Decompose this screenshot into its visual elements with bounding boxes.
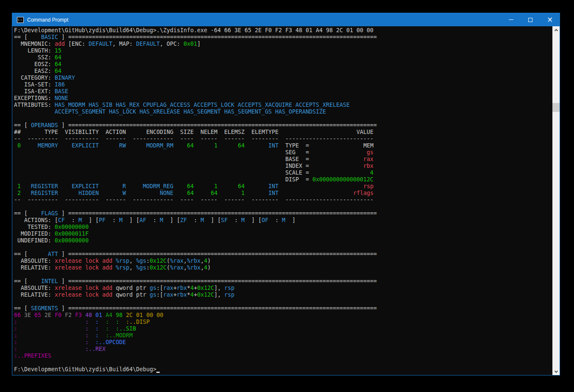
maximize-button[interactable] — [521, 13, 540, 26]
text-segment — [112, 258, 116, 264]
text-segment: DEFAULT — [89, 41, 112, 47]
text-segment: TESTED: — [14, 224, 55, 230]
text-segment: 01 — [95, 312, 102, 318]
text-segment: rax — [163, 292, 173, 298]
text-segment: [ENC: — [65, 41, 89, 47]
text-segment: AF — [139, 217, 146, 223]
text-segment: ] [ — [204, 217, 221, 223]
text-segment: CF — [58, 217, 65, 223]
text-segment — [99, 183, 122, 189]
text-segment: 1 — [241, 190, 244, 196]
text-segment: :..OPCODE — [95, 339, 126, 345]
close-button[interactable]: × — [540, 13, 560, 26]
text-segment: ) — [207, 258, 211, 264]
text-segment: INTEL — [31, 278, 58, 284]
title-bar[interactable]: C:\ Command Prompt × — [12, 13, 560, 26]
text-segment: 2C 01 00 00 — [126, 312, 163, 318]
terminal-line: UNDEFINED: 0x00000000 — [14, 237, 552, 244]
terminal-output[interactable]: F:\Development\GitHub\zydis\Build64\Debu… — [12, 26, 552, 375]
text-segment — [89, 332, 95, 339]
text-segment: I86 — [55, 81, 65, 88]
text-segment — [217, 190, 241, 196]
terminal-line: EXCEPTIONS: NONE — [14, 95, 552, 102]
text-segment: %gs — [136, 258, 146, 264]
scroll-down-button[interactable] — [552, 368, 560, 375]
text-segment: ========================================… — [68, 278, 377, 284]
terminal-line: TESTED: 0x00000000 — [14, 224, 552, 231]
text-segment: : — [65, 217, 78, 223]
terminal-line: == [ BASIC ] ===========================… — [14, 34, 552, 41]
terminal-line: ACCEPTS_SEGMENT HAS_LOCK HAS_XRELEASE HA… — [14, 108, 552, 115]
text-segment — [173, 190, 187, 196]
text-segment: MNEMONIC: — [14, 41, 55, 47]
text-segment: 64 — [187, 183, 194, 189]
text-segment: :[ — [156, 292, 163, 298]
text-segment: %rbx — [187, 264, 200, 271]
terminal-window: C:\ Command Prompt × F:\Development\GitH… — [12, 13, 560, 375]
text-segment — [309, 156, 363, 162]
text-segment: , — [129, 264, 136, 271]
terminal-line: SSZ: 64 — [14, 54, 552, 61]
terminal-line: EASZ: 64 — [14, 68, 552, 75]
text-segment — [245, 183, 269, 189]
text-segment: xrelease lock add — [55, 258, 112, 264]
terminal-line: MODIFIED: 0x0000011F — [14, 231, 552, 237]
text-segment — [89, 339, 95, 345]
text-segment: ] [ — [122, 217, 139, 223]
text-segment: LENGTH: — [14, 47, 55, 54]
terminal-line: : : : : :..SIB — [14, 325, 552, 332]
text-segment: 64 — [187, 190, 194, 196]
text-cursor — [156, 367, 160, 373]
text-segment: ========================================… — [68, 251, 377, 257]
text-segment: EXCEPTIONS: — [14, 95, 55, 101]
text-segment: : — [14, 346, 17, 352]
text-segment: ], — [214, 285, 224, 291]
text-segment: 2 — [14, 190, 21, 196]
text-segment: SSZ: — [14, 54, 55, 61]
minimize-button[interactable] — [501, 13, 521, 26]
text-segment: == [ — [14, 34, 31, 40]
text-segment: FLAGS — [31, 210, 58, 217]
text-segment — [194, 142, 214, 149]
terminal-line: ABSOLUTE: xrelease lock add %rsp, %gs:0x… — [14, 258, 552, 264]
text-segment: ATTRIBUTES: — [14, 102, 55, 108]
text-segment: : — [187, 217, 200, 223]
text-segment: ISA-EXT: — [14, 88, 55, 95]
text-segment — [309, 170, 370, 176]
text-segment — [58, 142, 72, 149]
terminal-line: : : : :..MODRM — [14, 332, 552, 339]
text-segment: : — [14, 325, 17, 332]
text-segment: 64 — [55, 68, 61, 74]
text-segment: M — [78, 217, 82, 223]
text-segment: : — [95, 319, 99, 325]
text-segment: rsp — [224, 292, 234, 298]
text-segment: REGISTER — [31, 190, 58, 196]
text-segment: : — [85, 319, 89, 325]
text-segment: EOSZ: — [14, 61, 55, 67]
scrollbar[interactable] — [552, 26, 560, 375]
text-segment: :..REX — [85, 346, 105, 352]
text-segment: PF — [99, 217, 105, 223]
text-segment: 0x00000000 — [55, 237, 89, 244]
scroll-up-button[interactable] — [552, 26, 560, 33]
text-segment: F0 — [55, 312, 61, 318]
chevron-down-icon — [554, 369, 557, 373]
text-segment: INT — [269, 190, 279, 196]
text-segment: 4 — [370, 170, 374, 176]
terminal-line: SEG = gs — [14, 149, 552, 156]
text-segment: add — [55, 41, 65, 47]
text-segment: %gs — [136, 264, 146, 271]
text-segment: %rax — [170, 258, 183, 264]
text-segment: ] — [58, 305, 68, 311]
text-segment: ], — [214, 292, 224, 298]
text-segment: ABSOLUTE: — [14, 285, 55, 291]
terminal-line: LENGTH: 15 — [14, 47, 552, 54]
text-segment: ] [ — [245, 217, 262, 223]
terminal-line: == [ SEGMENTS ] ========================… — [14, 305, 552, 312]
text-segment — [194, 190, 211, 196]
scrollbar-thumb[interactable] — [552, 103, 560, 112]
text-segment: CATEGORY: — [14, 75, 55, 81]
text-segment: 0x12C — [197, 292, 214, 298]
text-segment — [14, 149, 285, 156]
text-segment: MODRM_RM — [146, 142, 173, 149]
